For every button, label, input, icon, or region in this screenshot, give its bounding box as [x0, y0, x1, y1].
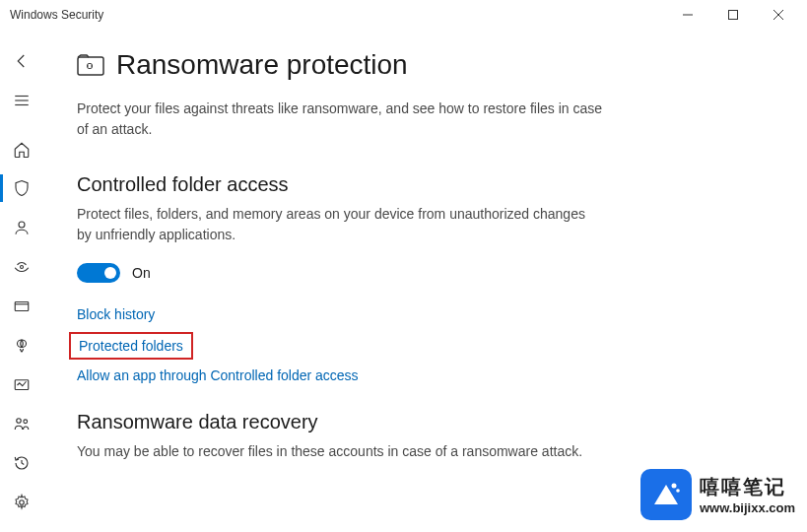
app-browser-icon[interactable] [0, 287, 43, 326]
watermark-text-url: www.bijixx.com [700, 500, 795, 515]
watermark-text-cn: 嘻嘻笔记 [700, 474, 795, 500]
back-button[interactable] [0, 41, 43, 81]
sidebar [0, 30, 43, 532]
recovery-heading: Ransomware data recovery [77, 411, 738, 433]
settings-icon[interactable] [0, 483, 43, 522]
menu-button[interactable] [0, 81, 43, 120]
cfa-toggle-label: On [132, 265, 151, 281]
svg-rect-17 [89, 64, 92, 68]
home-icon[interactable] [0, 130, 43, 169]
window-title: Windows Security [10, 8, 103, 22]
svg-point-8 [21, 266, 24, 269]
shield-icon[interactable] [0, 168, 43, 208]
firewall-icon[interactable] [0, 247, 43, 287]
svg-rect-1 [729, 11, 738, 20]
page-title: Ransomware protection [116, 49, 408, 81]
svg-point-19 [676, 489, 680, 493]
device-security-icon[interactable] [0, 326, 43, 366]
minimize-button[interactable] [665, 0, 710, 30]
svg-point-7 [19, 222, 25, 228]
svg-point-14 [20, 500, 25, 505]
svg-point-12 [17, 419, 22, 424]
svg-rect-9 [15, 301, 29, 310]
page-description: Protect your files against threats like … [77, 99, 609, 140]
close-button[interactable] [756, 0, 801, 30]
protected-folders-link[interactable]: Protected folders [69, 332, 193, 360]
allow-app-link[interactable]: Allow an app through Controlled folder a… [77, 367, 359, 383]
account-icon[interactable] [0, 208, 43, 247]
history-icon[interactable] [0, 443, 43, 483]
watermark-logo-icon [640, 469, 692, 520]
cfa-heading: Controlled folder access [77, 173, 738, 196]
folder-shield-icon [77, 53, 104, 77]
cfa-description: Protect files, folders, and memory areas… [77, 204, 589, 245]
block-history-link[interactable]: Block history [77, 306, 155, 322]
watermark: 嘻嘻笔记 www.bijixx.com [640, 469, 795, 520]
cfa-toggle[interactable] [77, 263, 120, 283]
svg-point-18 [671, 484, 676, 489]
recovery-description: You may be able to recover files in thes… [77, 441, 589, 462]
maximize-button[interactable] [710, 0, 756, 30]
main-content: Ransomware protection Protect your files… [43, 30, 807, 532]
titlebar: Windows Security [0, 0, 807, 30]
svg-point-13 [24, 420, 28, 424]
device-performance-icon[interactable] [0, 366, 43, 405]
family-icon[interactable] [0, 405, 43, 444]
